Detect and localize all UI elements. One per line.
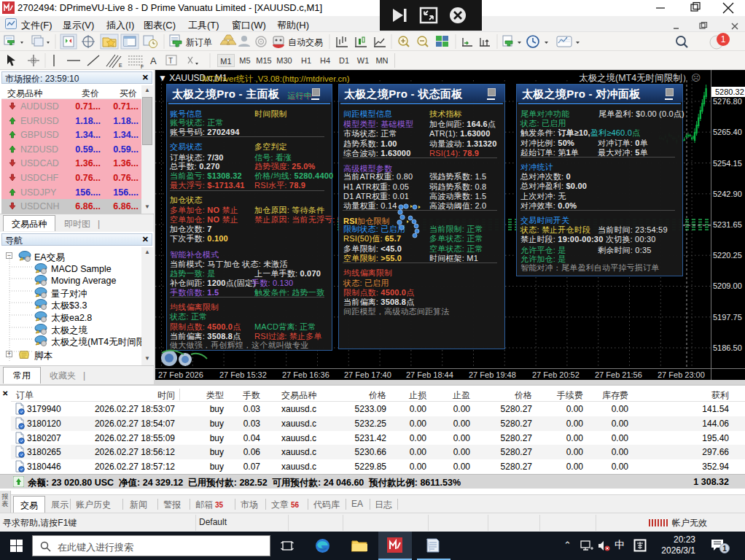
svg-text:F: F	[141, 64, 144, 69]
svg-text:E: E	[119, 63, 122, 68]
svg-text:1: 1	[722, 545, 727, 553]
svg-text:T: T	[168, 57, 173, 65]
svg-text:A: A	[150, 55, 157, 66]
svg-text:1: 1	[721, 34, 726, 44]
